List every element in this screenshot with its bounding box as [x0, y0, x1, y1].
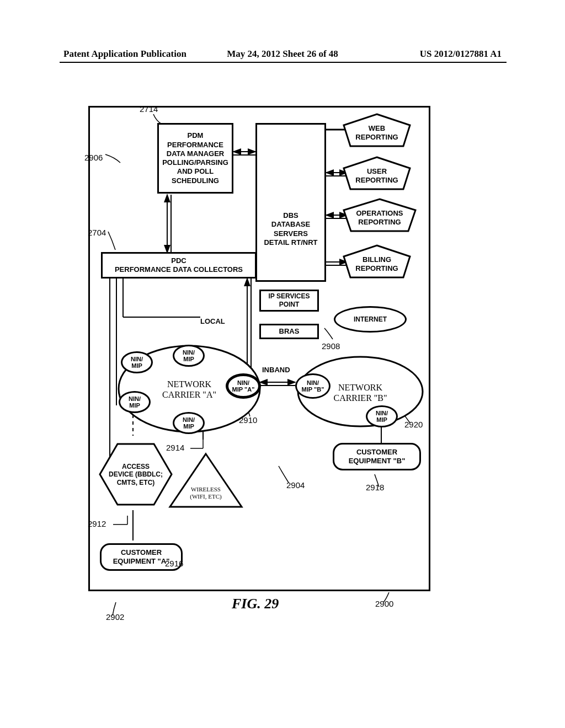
user-reporting-label: USERREPORTING — [344, 167, 410, 184]
header-sheet-info: May 24, 2012 Sheet 26 of 48 — [210, 49, 356, 60]
nin-mip-node-4: NIN/MIP — [173, 412, 205, 434]
header-publication: Patent Application Publication — [63, 49, 210, 60]
nin-mip-node-3: NIN/MIP — [119, 391, 151, 413]
nin-mip-label-2: NIN/MIP — [183, 349, 195, 362]
internet-label: INTERNET — [354, 315, 387, 323]
ref-2912: 2912 — [88, 519, 106, 528]
bras-block: BRAS — [259, 324, 319, 339]
figure-caption: FIG. 29 — [232, 596, 279, 612]
web-reporting-block: WEBREPORTING — [344, 114, 410, 146]
customer-equipment-b-block: CUSTOMEREQUIPMENT "B" — [333, 443, 421, 470]
nin-mip-label-3: NIN/MIP — [129, 395, 141, 409]
ref-2914: 2914 — [166, 443, 184, 452]
dbs-block: DBSDATABASESERVERSDETAIL RT/NRT — [255, 123, 326, 282]
wireless-label: WIRELESS(WIFI, ETC) — [170, 486, 242, 500]
figure-canvas: PDMPERFORMANCEDATA MANAGERPOLLING/PARSIN… — [88, 106, 430, 591]
ops-reporting-block: OPERATIONSREPORTING — [344, 199, 415, 231]
ref-2902: 2902 — [106, 612, 124, 622]
nin-mip-b-node: NIN/MIP "B" — [295, 373, 331, 399]
web-reporting-label: WEBREPORTING — [344, 124, 410, 141]
nin-mip-node-2: NIN/MIP — [173, 345, 205, 367]
billing-reporting-block: BILLINGREPORTING — [344, 245, 410, 277]
customer-equipment-b-label: CUSTOMEREQUIPMENT "B" — [349, 448, 406, 466]
access-device-block: ACCESSDEVICE (BBDLC;CMTS, ETC) — [100, 444, 172, 505]
inband-label: INBAND — [262, 366, 290, 374]
ref-2714: 2714 — [140, 104, 158, 114]
access-device-label: ACCESSDEVICE (BBDLC;CMTS, ETC) — [100, 463, 172, 486]
nin-mip-a-label: NIN/MIP "A" — [232, 379, 255, 393]
internet-cloud: INTERNET — [334, 306, 407, 333]
ref-2916: 2916 — [165, 559, 183, 568]
user-reporting-block: USERREPORTING — [344, 157, 410, 189]
page-header: Patent Application Publication May 24, 2… — [0, 49, 565, 60]
ref-2908: 2908 — [322, 341, 340, 351]
pdc-label: PDCPERFORMANCE DATA COLLECTORS — [115, 256, 243, 275]
pdm-block: PDMPERFORMANCEDATA MANAGERPOLLING/PARSIN… — [157, 123, 233, 194]
ip-services-block: IP SERVICESPOINT — [259, 290, 319, 312]
pdm-label: PDMPERFORMANCEDATA MANAGERPOLLING/PARSIN… — [162, 131, 228, 185]
nin-mip-label-b1: NIN/MIP — [376, 410, 388, 423]
ref-2920: 2920 — [404, 420, 423, 429]
ref-2704: 2704 — [88, 228, 106, 237]
ip-services-label: IP SERVICESPOINT — [269, 292, 310, 309]
nin-mip-b-label: NIN/MIP "B" — [302, 379, 324, 393]
ref-2906: 2906 — [84, 153, 103, 162]
pdc-block: PDCPERFORMANCE DATA COLLECTORS — [101, 252, 257, 279]
local-label: LOCAL — [200, 317, 225, 325]
customer-equipment-a-label: CUSTOMEREQUIPMENT "A" — [113, 548, 170, 566]
wireless-block: WIRELESS(WIFI, ETC) — [170, 454, 242, 507]
bras-label: BRAS — [279, 327, 300, 336]
nin-mip-node-b1: NIN/MIP — [366, 405, 398, 427]
ops-reporting-label: OPERATIONSREPORTING — [344, 209, 415, 226]
nin-mip-node-1: NIN/MIP — [121, 351, 153, 373]
dbs-label: DBSDATABASESERVERSDETAIL RT/NRT — [264, 211, 317, 247]
ref-2904: 2904 — [286, 480, 305, 490]
header-rule — [60, 62, 507, 63]
nin-mip-a-node: NIN/MIP "A" — [226, 373, 261, 399]
ref-2910: 2910 — [239, 415, 257, 425]
nin-mip-label-1: NIN/MIP — [131, 356, 143, 369]
ref-2900: 2900 — [375, 599, 393, 608]
ref-2918: 2918 — [366, 483, 384, 492]
header-patent-number: US 2012/0127881 A1 — [355, 49, 502, 60]
billing-reporting-label: BILLINGREPORTING — [344, 255, 410, 272]
nin-mip-label-4: NIN/MIP — [183, 416, 195, 430]
